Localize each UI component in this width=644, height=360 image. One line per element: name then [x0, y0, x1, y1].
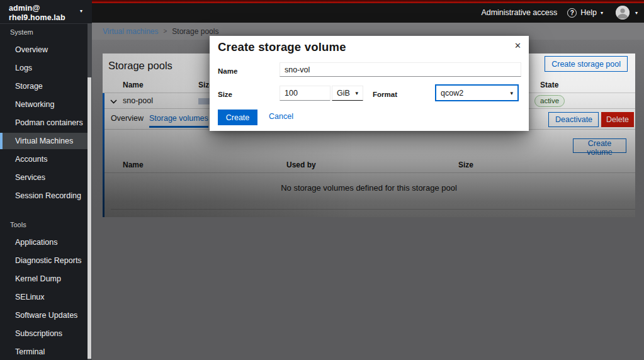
pools-header-name: Name — [123, 77, 144, 93]
tab-storage-volumes[interactable]: Storage volumes — [149, 114, 208, 128]
chevron-down-icon: ▾ — [601, 10, 603, 16]
masthead-toolbar: Administrative access ? Help ▾ ▾ — [481, 4, 638, 21]
create-button[interactable]: Create — [218, 110, 257, 125]
nav-section-gap — [0, 206, 88, 220]
chevron-down-icon: ▾ — [355, 90, 358, 96]
create-storage-volume-modal: Create storage volume ✕ Name Size GiB ▾ … — [210, 36, 529, 131]
sidebar-item-subscriptions[interactable]: Subscriptions — [0, 325, 88, 342]
pool-name: sno-pool — [123, 93, 153, 109]
session-menu[interactable]: ▾ — [616, 6, 638, 20]
sidebar-item-session-recording[interactable]: Session Recording — [0, 188, 88, 204]
chevron-down-icon: ▾ — [80, 8, 82, 14]
sidebar-item-diagnostic-reports[interactable]: Diagnostic Reports — [0, 252, 88, 269]
format-select[interactable]: qcow2 ▾ — [435, 84, 519, 101]
breadcrumb-current: Storage pools — [172, 27, 218, 36]
sidebar-item-services[interactable]: Services — [0, 169, 88, 186]
size-unit-select[interactable]: GiB ▾ — [332, 86, 363, 101]
page-title: Storage pools — [108, 60, 172, 72]
pools-header-state: State — [540, 77, 558, 93]
user-name: admin@ — [9, 4, 83, 13]
sidebar-item-accounts[interactable]: Accounts — [0, 151, 88, 167]
user-menu[interactable]: admin@ rhel9.home.lab ▾ — [0, 0, 92, 23]
expand-toggle-chevron-down-icon[interactable] — [108, 96, 118, 105]
volumes-empty-message: No storage volumes defined for this stor… — [103, 183, 635, 193]
create-volume-button[interactable]: Create volume — [573, 138, 626, 153]
breadcrumb-separator-icon: > — [164, 28, 167, 35]
sidebar-item-logs[interactable]: Logs — [0, 60, 88, 76]
close-icon[interactable]: ✕ — [514, 41, 521, 50]
nav-section-system: System — [0, 27, 88, 37]
help-label: Help — [580, 8, 597, 17]
sidebar-item-networking[interactable]: Networking — [0, 96, 88, 113]
sidebar-scrollbar-track — [88, 23, 92, 360]
modal-title: Create storage volume — [218, 40, 346, 54]
sidebar-item-virtual-machines[interactable]: Virtual Machines — [0, 133, 88, 149]
create-storage-pool-button[interactable]: Create storage pool — [545, 56, 628, 72]
size-unit-value: GiB — [337, 89, 350, 98]
help-icon: ? — [567, 8, 577, 18]
format-label: Format — [373, 91, 397, 98]
size-label: Size — [218, 91, 232, 98]
volume-name-input[interactable] — [280, 62, 521, 77]
name-label: Name — [218, 67, 237, 75]
masthead: Administrative access ? Help ▾ ▾ — [92, 0, 644, 23]
sidebar-item-terminal[interactable]: Terminal — [0, 344, 88, 360]
volumes-table-bottom-border — [111, 209, 635, 210]
chevron-down-icon: ▾ — [510, 90, 513, 96]
administrative-access-button[interactable]: Administrative access — [481, 8, 557, 17]
sidebar: admin@ rhel9.home.lab ▾ System Overview … — [0, 0, 92, 360]
cockpit-window: admin@ rhel9.home.lab ▾ System Overview … — [0, 0, 644, 360]
sidebar-item-storage[interactable]: Storage — [0, 78, 88, 94]
chevron-down-icon: ▾ — [635, 10, 638, 16]
host-name: rhel9.home.lab — [9, 13, 83, 23]
expanded-row-accent — [103, 93, 105, 217]
sidebar-item-podman-containers[interactable]: Podman containers — [0, 115, 88, 131]
sidebar-item-overview[interactable]: Overview — [0, 42, 88, 58]
volumes-table-header: Name Used by Size — [103, 157, 635, 173]
pool-state-badge: active — [534, 95, 565, 107]
deactivate-button[interactable]: Deactivate — [548, 112, 599, 127]
nav-section-tools: Tools — [0, 220, 88, 230]
volume-size-input[interactable] — [280, 86, 330, 101]
format-value: qcow2 — [441, 89, 463, 98]
volumes-header-size: Size — [458, 157, 473, 173]
volumes-header-name: Name — [123, 157, 144, 173]
sidebar-item-selinux[interactable]: SELinux — [0, 289, 88, 305]
tab-overview[interactable]: Overview — [111, 114, 144, 128]
volumes-header-used-by: Used by — [286, 157, 316, 173]
cancel-button[interactable]: Cancel — [269, 112, 293, 121]
sidebar-item-applications[interactable]: Applications — [0, 234, 88, 250]
sidebar-item-kernel-dump[interactable]: Kernel Dump — [0, 271, 88, 287]
avatar — [616, 6, 630, 20]
help-menu[interactable]: ? Help ▾ — [567, 8, 603, 18]
delete-button[interactable]: Delete — [601, 112, 634, 127]
sidebar-item-software-updates[interactable]: Software Updates — [0, 307, 88, 323]
breadcrumb-link-virtual-machines[interactable]: Virtual machines — [103, 27, 159, 36]
sidebar-nav: System Overview Logs Storage Networking … — [0, 23, 88, 360]
sidebar-scrollbar-thumb[interactable] — [88, 77, 91, 359]
